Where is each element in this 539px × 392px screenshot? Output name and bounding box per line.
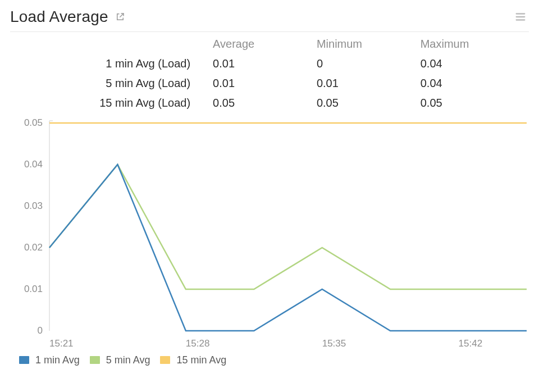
legend-label: 5 min Avg — [106, 354, 150, 366]
cell-average: 0.05 — [207, 93, 311, 113]
svg-text:15:42: 15:42 — [459, 338, 483, 349]
external-link-icon[interactable] — [115, 12, 125, 22]
svg-text:15:35: 15:35 — [322, 338, 346, 349]
cell-average: 0.01 — [207, 54, 311, 74]
row-label: 5 min Avg (Load) — [10, 74, 207, 93]
svg-text:0.02: 0.02 — [24, 242, 43, 253]
cell-maximum: 0.04 — [415, 54, 529, 74]
col-maximum: Maximum — [415, 35, 529, 54]
line-chart: 00.010.020.030.040.0515:2115:2815:3515:4… — [10, 116, 529, 354]
legend-item[interactable]: 5 min Avg — [90, 354, 150, 366]
svg-text:15:28: 15:28 — [186, 338, 210, 349]
table-row: 5 min Avg (Load) 0.01 0.01 0.04 — [10, 74, 529, 93]
svg-text:0.01: 0.01 — [24, 284, 43, 294]
panel-header: Load Average — [10, 8, 529, 32]
legend-swatch — [90, 356, 100, 364]
legend-swatch — [160, 356, 170, 364]
col-minimum: Minimum — [311, 35, 415, 54]
cell-minimum: 0 — [311, 54, 415, 74]
chart-area: 00.010.020.030.040.0515:2115:2815:3515:4… — [10, 116, 529, 354]
legend-item[interactable]: 15 min Avg — [160, 354, 226, 366]
col-blank — [10, 35, 207, 54]
svg-text:15:21: 15:21 — [49, 338, 74, 349]
svg-text:0.04: 0.04 — [24, 159, 43, 170]
svg-text:0.03: 0.03 — [24, 200, 43, 211]
legend-item[interactable]: 1 min Avg — [19, 354, 80, 366]
row-label: 1 min Avg (Load) — [10, 54, 207, 74]
legend-swatch — [19, 356, 29, 364]
cell-minimum: 0.01 — [311, 74, 415, 93]
legend: 1 min Avg 5 min Avg 15 min Avg — [10, 354, 529, 366]
col-average: Average — [207, 35, 311, 54]
row-label: 15 min Avg (Load) — [10, 93, 207, 113]
legend-label: 15 min Avg — [176, 354, 226, 366]
cell-maximum: 0.05 — [415, 93, 529, 113]
menu-icon[interactable] — [512, 8, 529, 25]
legend-label: 1 min Avg — [35, 354, 80, 366]
load-average-panel: Load Average Average Minimum Maximum — [0, 0, 539, 368]
table-row: 1 min Avg (Load) 0.01 0 0.04 — [10, 54, 529, 74]
cell-maximum: 0.04 — [415, 74, 529, 93]
panel-title: Load Average — [10, 8, 108, 26]
svg-text:0.05: 0.05 — [24, 117, 43, 128]
cell-average: 0.01 — [207, 74, 311, 93]
table-row: 15 min Avg (Load) 0.05 0.05 0.05 — [10, 93, 529, 113]
stats-table: Average Minimum Maximum 1 min Avg (Load)… — [10, 35, 529, 113]
cell-minimum: 0.05 — [311, 93, 415, 113]
svg-text:0: 0 — [38, 325, 43, 336]
